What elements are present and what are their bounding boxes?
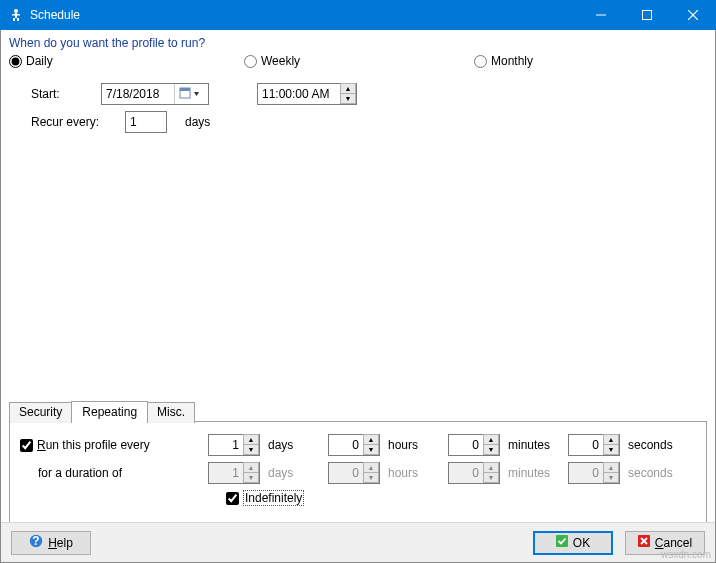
unit-seconds: seconds: [628, 438, 680, 452]
watermark: wsxdn.com: [661, 549, 711, 560]
spin-down-icon: ▼: [483, 472, 499, 483]
recur-value-input[interactable]: [126, 112, 166, 132]
run-minutes-input[interactable]: [449, 435, 483, 455]
recur-value-field[interactable]: [125, 111, 167, 133]
dur-hours-input: [329, 463, 363, 483]
app-icon: [8, 7, 24, 23]
radio-daily-label: Daily: [26, 54, 53, 68]
radio-weekly[interactable]: Weekly: [244, 54, 474, 68]
radio-monthly-input[interactable]: [474, 55, 487, 68]
svg-rect-4: [17, 18, 19, 21]
duration-label: for a duration of: [38, 466, 122, 480]
dur-minutes-spinner: ▲▼: [483, 463, 499, 483]
run-every-label: RRun this profile everyun this profile e…: [37, 438, 150, 452]
run-seconds-spinner[interactable]: ▲▼: [603, 435, 619, 455]
svg-rect-10: [180, 88, 190, 91]
unit-days-disabled: days: [268, 466, 320, 480]
spin-down-icon: ▼: [603, 472, 619, 483]
tab-security[interactable]: Security: [9, 402, 72, 423]
unit-minutes-disabled: minutes: [508, 466, 560, 480]
run-seconds-field[interactable]: ▲▼: [568, 434, 620, 456]
duration-row: for a duration of ▲▼ days ▲▼ hours ▲▼ mi…: [20, 462, 696, 484]
indefinitely-label: Indefinitely: [243, 490, 304, 506]
run-minutes-spinner[interactable]: ▲▼: [483, 435, 499, 455]
tab-panel-repeating: RRun this profile everyun this profile e…: [9, 421, 707, 527]
unit-hours: hours: [388, 438, 440, 452]
indefinitely-row: Indefinitely: [226, 490, 696, 506]
calendar-dropdown-icon[interactable]: [174, 84, 204, 104]
spin-down-icon[interactable]: ▼: [483, 444, 499, 455]
radio-weekly-label: Weekly: [261, 54, 300, 68]
radio-weekly-input[interactable]: [244, 55, 257, 68]
start-date-input[interactable]: [102, 87, 174, 101]
unit-seconds-disabled: seconds: [628, 466, 680, 480]
cancel-icon: [638, 535, 650, 550]
dur-seconds-spinner: ▲▼: [603, 463, 619, 483]
svg-rect-2: [12, 14, 20, 16]
dur-minutes-field: ▲▼: [448, 462, 500, 484]
ok-icon: [556, 535, 568, 550]
time-spinner[interactable]: ▲▼: [340, 84, 356, 104]
spin-down-icon[interactable]: ▼: [603, 444, 619, 455]
dialog-footer: ? Help Help OK Cancel Cancel: [1, 522, 715, 562]
frequency-radios: Daily Weekly Monthly: [1, 54, 715, 76]
start-label: Start:: [31, 87, 101, 101]
minimize-button[interactable]: [578, 0, 624, 30]
dur-seconds-field: ▲▼: [568, 462, 620, 484]
radio-monthly-label: Monthly: [491, 54, 533, 68]
unit-hours-disabled: hours: [388, 466, 440, 480]
tab-container: Security Repeating Misc. RRun this profi…: [9, 400, 707, 514]
dur-days-field: ▲▼: [208, 462, 260, 484]
indefinitely-checkbox[interactable]: [226, 492, 239, 505]
title-bar: Schedule: [0, 0, 716, 30]
start-time-input[interactable]: [258, 87, 340, 101]
dur-days-input: [209, 463, 243, 483]
ok-button-label: OK: [573, 536, 590, 550]
run-days-input[interactable]: [209, 435, 243, 455]
run-every-checkbox[interactable]: [20, 439, 33, 452]
spin-down-icon[interactable]: ▼: [340, 93, 356, 104]
cancel-button-label: Cancel: [655, 536, 692, 550]
tab-misc[interactable]: Misc.: [147, 402, 195, 423]
spin-down-icon[interactable]: ▼: [243, 444, 259, 455]
recur-unit-label: days: [185, 115, 210, 129]
dur-hours-field: ▲▼: [328, 462, 380, 484]
start-date-picker[interactable]: [101, 83, 209, 105]
spin-down-icon: ▼: [243, 472, 259, 483]
help-icon: ?: [29, 534, 43, 551]
svg-rect-13: [556, 535, 568, 547]
ok-button[interactable]: OK: [533, 531, 613, 555]
help-button[interactable]: ? Help Help: [11, 531, 91, 555]
start-time-picker[interactable]: ▲▼: [257, 83, 357, 105]
run-minutes-field[interactable]: ▲▼: [448, 434, 500, 456]
run-days-field[interactable]: ▲▼: [208, 434, 260, 456]
radio-daily-input[interactable]: [9, 55, 22, 68]
maximize-button[interactable]: [624, 0, 670, 30]
spin-down-icon[interactable]: ▼: [363, 444, 379, 455]
svg-rect-6: [643, 11, 652, 20]
svg-point-0: [14, 9, 18, 13]
prompt-label: When do you want the profile to run?: [1, 30, 715, 54]
window-body: When do you want the profile to run? Dai…: [0, 30, 716, 563]
radio-daily[interactable]: Daily: [9, 54, 244, 68]
run-seconds-input[interactable]: [569, 435, 603, 455]
recur-label: Recur every:: [31, 115, 111, 129]
close-button[interactable]: [670, 0, 716, 30]
svg-text:?: ?: [32, 534, 39, 548]
dur-seconds-input: [569, 463, 603, 483]
dur-days-spinner: ▲▼: [243, 463, 259, 483]
help-button-label: Help: [48, 536, 73, 550]
run-hours-input[interactable]: [329, 435, 363, 455]
unit-days: days: [268, 438, 320, 452]
dur-hours-spinner: ▲▼: [363, 463, 379, 483]
run-hours-spinner[interactable]: ▲▼: [363, 435, 379, 455]
run-hours-field[interactable]: ▲▼: [328, 434, 380, 456]
run-every-row: RRun this profile everyun this profile e…: [20, 434, 696, 456]
spin-down-icon: ▼: [363, 472, 379, 483]
radio-monthly[interactable]: Monthly: [474, 54, 533, 68]
svg-rect-3: [13, 18, 15, 21]
window-title: Schedule: [30, 8, 578, 22]
run-days-spinner[interactable]: ▲▼: [243, 435, 259, 455]
dur-minutes-input: [449, 463, 483, 483]
tab-repeating[interactable]: Repeating: [71, 401, 148, 422]
